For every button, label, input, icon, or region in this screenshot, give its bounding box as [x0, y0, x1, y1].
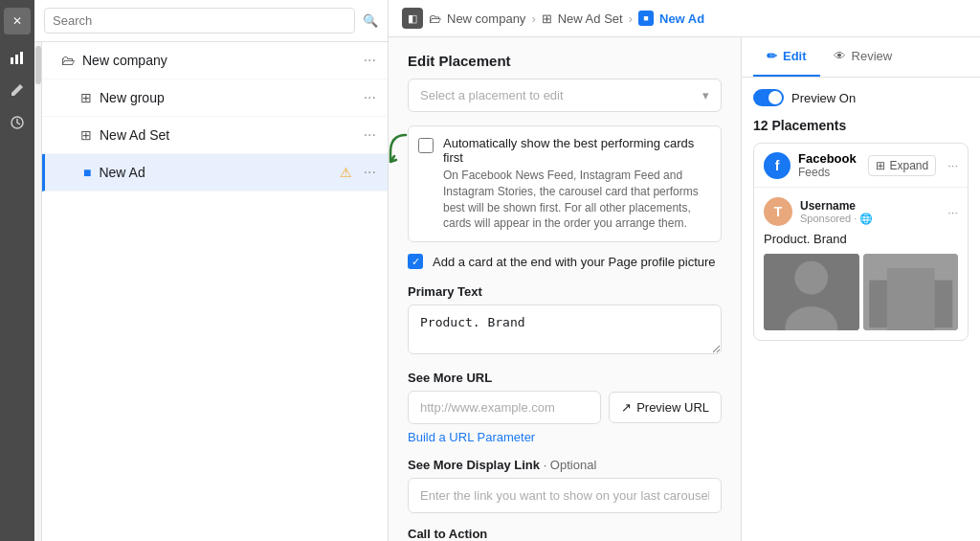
- ad-square-icon: ■: [83, 165, 91, 180]
- placement-select-placeholder: Select a placement to edit: [420, 88, 564, 102]
- close-button[interactable]: ✕: [4, 8, 31, 34]
- see-more-url-row: ↗ Preview URL: [408, 391, 722, 424]
- tab-edit[interactable]: ✏ Edit: [753, 37, 820, 77]
- tree-item-adset[interactable]: ⊞ New Ad Set ···: [42, 117, 388, 154]
- primary-text-input[interactable]: Product. Brand: [408, 304, 722, 354]
- svg-rect-0: [11, 57, 13, 64]
- preview-content: Preview On 12 Placements f Facebook Feed…: [742, 78, 980, 541]
- add-card-checkbox-row: ✓ Add a card at the end with your Page p…: [408, 254, 722, 269]
- see-more-display-link-field: See More Display Link · Optional: [408, 458, 722, 513]
- breadcrumb-sep1: ›: [531, 11, 535, 26]
- adset-bc-grid-icon: ⊞: [542, 11, 552, 26]
- ad-author-name: Username: [800, 199, 940, 213]
- tab-review[interactable]: 👁 Review: [820, 37, 906, 77]
- adset-label: New Ad Set: [100, 127, 356, 143]
- group-dots-menu[interactable]: ···: [364, 89, 376, 106]
- placement-select[interactable]: Select a placement to edit ▾: [408, 79, 722, 112]
- tree-items: 🗁 New company ··· ⊞ New group ··· ⊞ New …: [42, 42, 388, 541]
- preview-toggle[interactable]: [753, 89, 784, 106]
- platform-name: Facebook: [798, 151, 860, 166]
- icon-sidebar: ✕: [0, 0, 34, 541]
- platform-type: Feeds: [798, 166, 860, 179]
- see-more-display-link-label: See More Display Link · Optional: [408, 458, 722, 472]
- bar-chart-icon[interactable]: [4, 44, 31, 71]
- adset-dots-menu[interactable]: ···: [364, 126, 376, 144]
- ad-label: New Ad: [99, 165, 331, 180]
- breadcrumb-ad: New Ad: [659, 11, 704, 26]
- expand-button[interactable]: ⊞ Expand: [868, 155, 936, 176]
- optional-label: · Optional: [544, 458, 597, 472]
- expand-label: Expand: [889, 159, 928, 172]
- expand-grid-icon: ⊞: [876, 159, 885, 172]
- auto-show-checkbox-row: Automatically show the best performing c…: [408, 125, 722, 242]
- breadcrumb-adset: New Ad Set: [558, 11, 623, 26]
- eye-icon: 👁: [834, 49, 846, 63]
- ad-image-office: [863, 254, 959, 330]
- search-icon: 🔍: [363, 13, 378, 28]
- main-content: ◧ 🗁 New company › ⊞ New Ad Set › ■ New A…: [389, 0, 980, 541]
- see-more-display-link-input[interactable]: [408, 478, 722, 513]
- ad-dots-menu[interactable]: ···: [364, 164, 376, 181]
- call-to-action-label: Call to Action: [408, 527, 722, 541]
- auto-show-checkbox[interactable]: [418, 138, 434, 153]
- ad-sponsored-label: Sponsored · 🌐: [800, 213, 940, 225]
- breadcrumb-sep2: ›: [629, 11, 633, 26]
- svg-rect-2: [20, 52, 23, 64]
- content-area: Edit Placement Select a placement to edi…: [389, 37, 980, 541]
- company-dots-menu[interactable]: ···: [364, 52, 376, 69]
- placements-count: 12 Placements: [753, 118, 969, 133]
- edit-placement-title: Edit Placement: [408, 53, 722, 69]
- ad-image-person: [764, 254, 859, 330]
- svg-rect-11: [863, 254, 959, 330]
- adset-grid-icon: ⊞: [80, 127, 92, 143]
- tree-item-ad[interactable]: ■ New Ad ⚠ ···: [42, 154, 388, 192]
- svg-rect-7: [764, 254, 859, 330]
- placement-card-title: Facebook Feeds: [798, 151, 860, 179]
- see-more-url-label: See More URL: [408, 371, 722, 385]
- see-more-url-input[interactable]: [408, 391, 601, 424]
- ad-bc-icon: ■: [638, 11, 654, 26]
- build-url-link[interactable]: Build a URL Parameter: [408, 430, 535, 444]
- scrollbar[interactable]: [34, 42, 42, 541]
- preview-url-button[interactable]: ↗ Preview URL: [609, 392, 722, 423]
- placement-chevron-icon: ▾: [702, 88, 709, 102]
- group-label: New group: [100, 90, 356, 105]
- auto-show-desc: On Facebook News Feed, Instagram Feed an…: [443, 168, 711, 232]
- ad-options-dots[interactable]: ···: [947, 205, 958, 219]
- auto-show-label: Automatically show the best performing c…: [443, 136, 711, 165]
- external-link-icon: ↗: [621, 400, 632, 415]
- primary-text-label: Primary Text: [408, 284, 722, 299]
- edit-panel: Edit Placement Select a placement to edi…: [389, 37, 741, 541]
- call-to-action-field: Call to Action: [408, 527, 722, 541]
- svg-rect-1: [15, 55, 18, 64]
- breadcrumb-company: New company: [447, 11, 525, 26]
- preview-tabs: ✏ Edit 👁 Review: [742, 37, 980, 78]
- ad-name-row: Username Sponsored · 🌐: [800, 199, 940, 225]
- preview-panel: ✏ Edit 👁 Review Preview On 12 Placements…: [741, 37, 980, 541]
- tree-item-company[interactable]: 🗁 New company ···: [42, 42, 388, 79]
- company-label: New company: [82, 53, 356, 68]
- company-folder-icon: 🗁: [61, 53, 75, 68]
- green-arrow-icon: [389, 133, 413, 168]
- add-card-label[interactable]: Add a card at the end with your Page pro…: [433, 255, 716, 269]
- search-bar: 🔍: [34, 0, 388, 42]
- tree-item-group[interactable]: ⊞ New group ···: [42, 79, 388, 117]
- search-input[interactable]: [44, 8, 355, 34]
- preview-on-row: Preview On: [753, 89, 969, 106]
- ad-avatar: T: [764, 197, 792, 226]
- clock-icon[interactable]: [4, 109, 31, 136]
- ad-warning-icon: ⚠: [340, 165, 352, 180]
- edit-icon[interactable]: [4, 77, 31, 103]
- placement-card-facebook: f Facebook Feeds ⊞ Expand ···: [753, 143, 969, 341]
- scroll-thumb: [35, 46, 41, 84]
- ad-image-row: [764, 254, 958, 330]
- primary-text-field: Primary Text Product. Brand: [408, 284, 722, 357]
- add-card-checkmark-icon: ✓: [408, 254, 423, 269]
- company-bc-folder-icon: 🗁: [429, 11, 441, 26]
- edit-pencil-icon: ✏: [767, 49, 777, 63]
- app-logo-icon: ◧: [402, 8, 423, 29]
- breadcrumb: ◧ 🗁 New company › ⊞ New Ad Set › ■ New A…: [389, 0, 980, 37]
- placement-card-dots-menu[interactable]: ···: [947, 158, 958, 172]
- facebook-icon: f: [764, 152, 791, 179]
- ad-preview-card: T Username Sponsored · 🌐 ··· Product. Br…: [754, 188, 968, 340]
